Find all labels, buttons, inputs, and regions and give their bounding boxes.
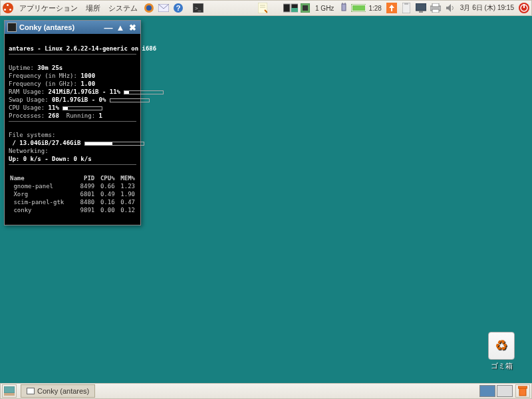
- svg-rect-16: [342, 4, 346, 11]
- shutdown-icon[interactable]: [517, 1, 531, 15]
- svg-rect-36: [518, 386, 527, 388]
- system-monitor-icon[interactable]: [283, 1, 298, 15]
- notes-icon[interactable]: [255, 1, 270, 15]
- show-desktop-button[interactable]: [2, 384, 17, 398]
- minimize-button[interactable]: —: [103, 22, 114, 33]
- battery-plug-icon[interactable]: [336, 1, 351, 15]
- maximize-button[interactable]: ▲: [115, 22, 126, 33]
- table-row: gnome-panel84990.661.23: [9, 182, 136, 190]
- trash-applet[interactable]: [515, 384, 530, 398]
- svg-rect-33: [4, 386, 15, 393]
- svg-text:?: ?: [176, 4, 181, 12]
- svg-rect-24: [404, 3, 408, 5]
- top-panel: アプリケーション 場所 システム ? >_ 1 GHz 1:28 3月 6日 (…: [0, 0, 532, 16]
- taskbar-item-conky[interactable]: Conky (antares): [21, 384, 95, 398]
- window-title: Conky (antares): [19, 23, 74, 31]
- svg-rect-34: [4, 393, 15, 396]
- svg-rect-12: [291, 8, 298, 12]
- svg-point-1: [146, 5, 152, 11]
- conky-window: Conky (antares) — ▲ ✖ antares - Linux 2.…: [4, 20, 141, 225]
- menu-system[interactable]: システム: [104, 3, 142, 13]
- printer-icon[interactable]: [428, 1, 443, 15]
- bottom-panel: Conky (antares): [0, 383, 532, 399]
- svg-text:>_: >_: [195, 5, 201, 11]
- svg-rect-25: [416, 3, 426, 11]
- firefox-icon[interactable]: [142, 1, 156, 15]
- svg-rect-15: [303, 5, 308, 11]
- task-window-icon: [27, 388, 35, 394]
- svg-rect-29: [432, 9, 439, 13]
- menu-applications[interactable]: アプリケーション: [15, 3, 82, 13]
- display-icon[interactable]: [414, 1, 428, 15]
- mail-icon[interactable]: [156, 1, 171, 15]
- svg-rect-26: [419, 11, 423, 13]
- battery-time: 1:28: [366, 5, 384, 12]
- update-icon[interactable]: [384, 1, 399, 15]
- trash-label: ゴミ箱: [483, 361, 520, 371]
- process-table: NamePIDCPU%MEM% gnome-panel84990.661.23 …: [9, 174, 136, 214]
- trash-icon: [488, 332, 515, 360]
- ubuntu-menu-icon[interactable]: [1, 1, 15, 15]
- table-row: conky98910.000.12: [9, 206, 136, 214]
- menu-places[interactable]: 場所: [82, 3, 104, 13]
- battery-icon[interactable]: [351, 1, 366, 15]
- clipboard-icon[interactable]: [399, 1, 414, 15]
- window-icon: [7, 23, 17, 32]
- workspace-1[interactable]: [479, 385, 495, 397]
- table-row: scim-panel-gtk84800.160.47: [9, 198, 136, 206]
- svg-rect-28: [432, 3, 439, 7]
- volume-icon[interactable]: [443, 1, 458, 15]
- svg-rect-35: [519, 388, 526, 396]
- svg-rect-21: [352, 5, 365, 11]
- clock[interactable]: 3月 6日 (木) 19:15: [458, 3, 517, 13]
- conky-output: antares - Linux 2.6.22-14-generic on i68…: [5, 34, 140, 225]
- table-row: Xorg68010.491.90: [9, 190, 136, 198]
- svg-rect-10: [283, 4, 290, 12]
- titlebar[interactable]: Conky (antares) — ▲ ✖: [5, 21, 140, 34]
- workspace-2[interactable]: [497, 385, 513, 397]
- cpufreq-icon[interactable]: [298, 1, 313, 15]
- help-icon[interactable]: ?: [171, 1, 186, 15]
- trash-desktop-icon[interactable]: ゴミ箱: [483, 332, 520, 371]
- terminal-launcher-icon[interactable]: >_: [191, 1, 205, 15]
- cpufreq-value: 1 GHz: [313, 5, 336, 12]
- close-button[interactable]: ✖: [127, 22, 138, 33]
